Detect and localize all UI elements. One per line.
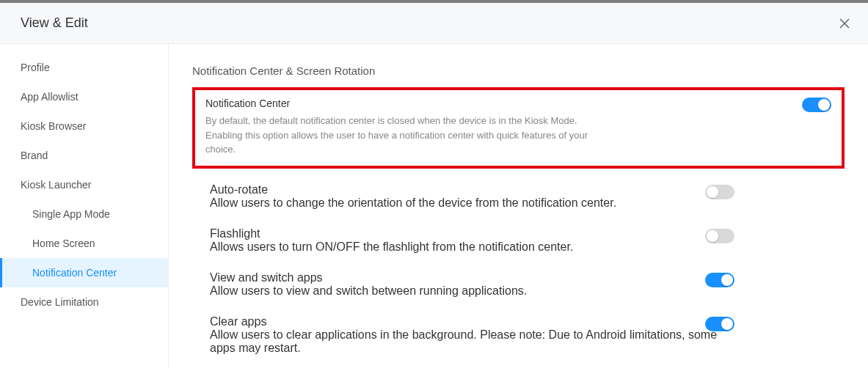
sidebar: Profile App Allowlist Kiosk Browser Bran… <box>0 44 169 368</box>
sidebar-item-brand[interactable]: Brand <box>0 141 168 170</box>
sidebar-item-kiosk-browser[interactable]: Kiosk Browser <box>0 111 168 141</box>
section-title: Notification Center & Screen Rotation <box>192 65 845 77</box>
sidebar-item-device-limitation[interactable]: Device Limitation <box>0 287 168 317</box>
setting-title-view-switch: View and switch apps <box>210 271 720 284</box>
sidebar-item-notification-center[interactable]: Notification Center <box>0 258 168 287</box>
modal-title: View & Edit <box>21 15 88 31</box>
toggle-clear-apps[interactable] <box>705 317 734 331</box>
setting-row-flashlight: Flashlight Allows users to turn ON/OFF t… <box>192 227 845 254</box>
sidebar-item-app-allowlist[interactable]: App Allowlist <box>0 82 168 111</box>
toggle-flashlight[interactable] <box>705 229 734 243</box>
setting-title-notification-center: Notification Center <box>205 97 616 109</box>
setting-title-auto-rotate: Auto-rotate <box>210 183 720 196</box>
sidebar-item-profile[interactable]: Profile <box>0 53 168 82</box>
sidebar-item-single-app-mode[interactable]: Single App Mode <box>0 199 168 229</box>
setting-desc-flashlight: Allows users to turn ON/OFF the flashlig… <box>210 240 720 254</box>
highlight-box-notification-center: Notification Center By default, the defa… <box>192 87 845 169</box>
setting-desc-notification-center: By default, the default notification cen… <box>205 114 616 157</box>
toggle-notification-center[interactable] <box>802 97 831 112</box>
setting-row-auto-rotate: Auto-rotate Allow users to change the or… <box>192 183 845 210</box>
modal-header: View & Edit <box>0 3 868 44</box>
setting-title-flashlight: Flashlight <box>210 227 720 240</box>
sidebar-item-kiosk-launcher[interactable]: Kiosk Launcher <box>0 170 168 199</box>
setting-row-clear-apps: Clear apps Allow users to clear applicat… <box>192 315 845 355</box>
close-icon[interactable] <box>836 15 853 32</box>
setting-desc-auto-rotate: Allow users to change the orientation of… <box>210 196 720 210</box>
setting-row-view-switch: View and switch apps Allow users to view… <box>192 271 845 298</box>
setting-desc-view-switch: Allow users to view and switch between r… <box>210 284 720 298</box>
content-pane: Notification Center & Screen Rotation No… <box>169 44 868 368</box>
toggle-view-switch[interactable] <box>705 273 734 287</box>
setting-desc-clear-apps: Allow users to clear applications in the… <box>210 328 720 355</box>
setting-title-clear-apps: Clear apps <box>210 315 720 328</box>
toggle-auto-rotate[interactable] <box>705 185 734 199</box>
sidebar-item-home-screen[interactable]: Home Screen <box>0 229 168 258</box>
